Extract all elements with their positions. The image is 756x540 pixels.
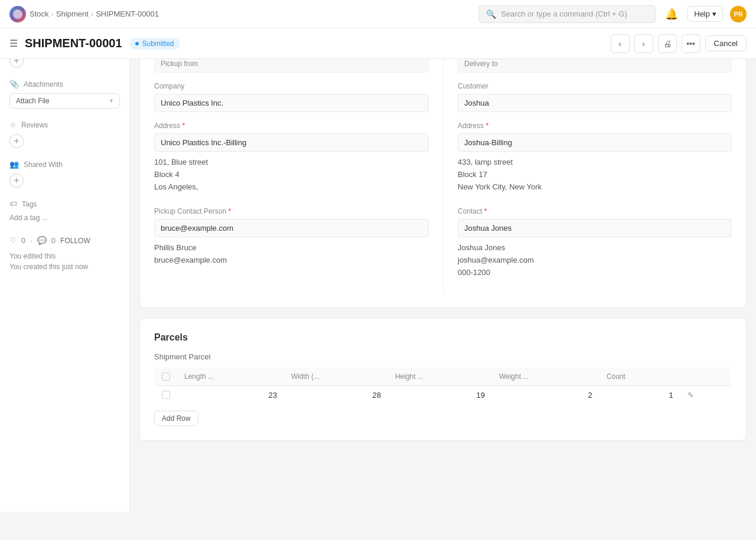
- delivery-address-lines: 433, lamp streetBlock 17New York City, N…: [458, 152, 732, 198]
- attach-file-plus-icon: +: [109, 97, 113, 105]
- edit-icon[interactable]: ✎: [687, 391, 694, 400]
- attachments-title: 📎 Attachments: [9, 80, 120, 89]
- attach-file-button[interactable]: Attach File +: [9, 93, 120, 109]
- likes-count: 0: [21, 236, 25, 245]
- breadcrumb-shipment[interactable]: Shipment: [56, 9, 89, 18]
- more-options-button[interactable]: •••: [682, 34, 700, 53]
- delivery-contact-value[interactable]: Joshua Jones: [458, 219, 732, 237]
- pickup-contact-lines: Phillis Brucebruce@example.com: [154, 237, 429, 271]
- tags-title: 🏷 Tags: [9, 199, 120, 208]
- pickup-company-label: Company: [154, 82, 429, 90]
- add-shared-button[interactable]: +: [9, 174, 24, 188]
- cell-width: 28: [284, 385, 388, 404]
- dot-sep: ·: [30, 236, 32, 245]
- delivery-contact-label: Contact *: [458, 207, 732, 215]
- pickup-address-value[interactable]: Unico Plastics Inc.-Billing: [154, 133, 429, 152]
- add-review-button[interactable]: +: [9, 134, 24, 148]
- delivery-customer-label: Customer: [458, 82, 732, 90]
- parcels-title: Parcels: [154, 332, 732, 343]
- page-header-left: ☰ SHIPMENT-00001 Submitted: [9, 37, 180, 50]
- parcels-card: Parcels Shipment Parcel Length ... Width…: [139, 318, 747, 441]
- pickup-address-field: Address * Unico Plastics Inc.-Billing 10…: [154, 122, 429, 198]
- row-checkbox[interactable]: [162, 391, 170, 399]
- table-row: 23 28 19 2 1 ✎: [155, 385, 732, 404]
- add-tag-placeholder[interactable]: Add a tag ...: [9, 214, 48, 222]
- attach-file-label: Attach File: [16, 97, 50, 105]
- pickup-contact-field: Pickup Contact Person * bruce@example.co…: [154, 207, 429, 271]
- delivery-address-value[interactable]: Joshua-Billing: [458, 133, 732, 152]
- pickup-address-lines: 101, Blue streetBlock 4Los Angeles,: [154, 152, 429, 198]
- page-header: ☰ SHIPMENT-00001 Submitted ‹ › 🖨 ••• Can…: [0, 28, 756, 59]
- address-card: Pickup from Company Unico Plastics Inc. …: [139, 40, 747, 308]
- follow-button[interactable]: FOLLOW: [60, 237, 90, 245]
- shared-with-label: Shared With: [24, 161, 63, 169]
- col-actions: [680, 367, 732, 385]
- attachments-label: Attachments: [24, 80, 63, 89]
- print-button[interactable]: 🖨: [658, 34, 677, 53]
- row-checkbox-cell: [155, 385, 178, 404]
- parcels-subtitle: Shipment Parcel: [154, 352, 732, 361]
- notification-bell[interactable]: 🔔: [663, 5, 680, 23]
- delivery-address-field: Address * Joshua-Billing 433, lamp stree…: [458, 122, 732, 198]
- parcels-table-body: 23 28 19 2 1 ✎: [155, 385, 732, 404]
- header-checkbox-cell: [155, 367, 178, 385]
- tags-label: Tags: [22, 200, 37, 208]
- tags-section: 🏷 Tags Add a tag ...: [9, 199, 120, 222]
- breadcrumb-sep-2: ›: [91, 9, 93, 18]
- search-icon: 🔍: [486, 9, 496, 19]
- help-chevron-icon: ▾: [712, 9, 716, 18]
- help-button[interactable]: Help ▾: [687, 6, 723, 22]
- header-checkbox[interactable]: [162, 372, 170, 381]
- breadcrumb-current: SHIPMENT-00001: [96, 9, 159, 18]
- delivery-contact-lines: Joshua Jonesjoshua@example.com000-1200: [458, 237, 732, 283]
- shared-with-section: 👥 Shared With +: [9, 160, 120, 188]
- cell-height: 19: [388, 385, 492, 404]
- next-button[interactable]: ›: [634, 34, 653, 53]
- reviews-label: Reviews: [21, 121, 48, 129]
- nav-left: Stock › Shipment › SHIPMENT-00001: [9, 6, 159, 22]
- tag-icon: 🏷: [9, 199, 17, 208]
- avatar[interactable]: PR: [730, 6, 747, 22]
- nav-right: 🔍 Search or type a command (Ctrl + G) 🔔 …: [478, 5, 747, 23]
- breadcrumb: Stock › Shipment › SHIPMENT-00001: [30, 9, 159, 18]
- shared-with-title: 👥 Shared With: [9, 160, 120, 169]
- col-weight: Weight ...: [492, 367, 599, 385]
- page-header-right: ‹ › 🖨 ••• Cancel: [611, 34, 747, 53]
- like-comment-bar: ♡ 0 · 💬 0 FOLLOW: [9, 236, 120, 245]
- cell-weight: 2: [492, 385, 599, 404]
- pickup-contact-value[interactable]: bruce@example.com: [154, 219, 429, 237]
- pickup-company-field: Company Unico Plastics Inc.: [154, 82, 429, 112]
- page-title: SHIPMENT-00001: [25, 37, 122, 50]
- status-dot: [135, 42, 139, 45]
- content-area: Pickup from Company Unico Plastics Inc. …: [130, 31, 756, 512]
- reviews-title: ☆ Reviews: [9, 120, 120, 129]
- search-bar[interactable]: 🔍 Search or type a command (Ctrl + G): [478, 5, 656, 23]
- delivery-customer-field: Customer Joshua: [458, 82, 732, 112]
- prev-button[interactable]: ‹: [611, 34, 630, 53]
- add-row-button[interactable]: Add Row: [154, 411, 198, 426]
- delivery-customer-value[interactable]: Joshua: [458, 94, 732, 112]
- cancel-button[interactable]: Cancel: [705, 35, 747, 51]
- pickup-column: Pickup from Company Unico Plastics Inc. …: [154, 55, 443, 293]
- activity-2: You created this just now: [9, 263, 120, 271]
- star-icon: ☆: [9, 120, 17, 129]
- parcels-header-row: Length ... Width (... Height ... Weight …: [155, 367, 732, 385]
- col-length: Length ...: [177, 367, 284, 385]
- cell-length: 23: [177, 385, 284, 404]
- delivery-contact-field: Contact * Joshua Jones Joshua Jonesjoshu…: [458, 207, 732, 283]
- heart-icon: ♡: [9, 236, 17, 245]
- pickup-company-value[interactable]: Unico Plastics Inc.: [154, 94, 429, 112]
- pickup-contact-label: Pickup Contact Person *: [154, 207, 429, 215]
- activity-1: You edited this: [9, 252, 120, 260]
- col-width: Width (...: [284, 367, 388, 385]
- menu-icon[interactable]: ☰: [9, 38, 18, 49]
- cell-edit[interactable]: ✎: [680, 385, 732, 404]
- attachment-icon: 📎: [9, 80, 19, 89]
- status-label: Submitted: [142, 40, 174, 48]
- status-badge: Submitted: [129, 38, 180, 50]
- parcels-table: Length ... Width (... Height ... Weight …: [154, 367, 732, 405]
- main-content: 👤 Assigned To + 📎 Attachments Attach Fil…: [0, 31, 756, 512]
- breadcrumb-sep-1: ›: [51, 9, 54, 18]
- breadcrumb-stock[interactable]: Stock: [30, 9, 49, 18]
- delivery-column: Delivery to Customer Joshua Address * Jo…: [443, 55, 732, 293]
